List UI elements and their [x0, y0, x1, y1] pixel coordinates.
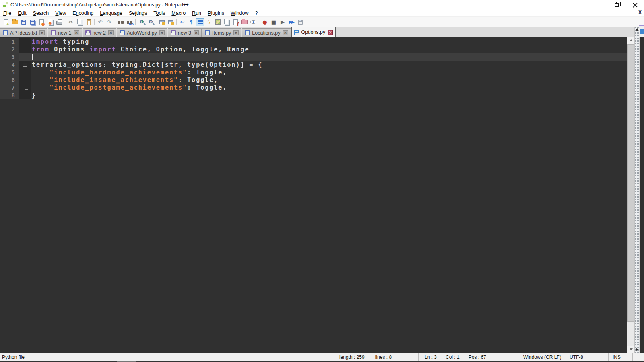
- code-text: terraria_options: typing.Dict[str, type(…: [31, 61, 627, 69]
- show-indent-guide-icon[interactable]: [196, 18, 204, 26]
- show-all-characters-icon[interactable]: ¶: [187, 18, 196, 26]
- tab-new-2[interactable]: new 2×: [83, 28, 116, 37]
- fold-margin: [19, 69, 31, 76]
- menu-window[interactable]: Window: [227, 10, 252, 16]
- tab-autoworld-py[interactable]: AutoWorld.py×: [117, 28, 167, 37]
- zoom-out-icon[interactable]: −: [146, 18, 155, 26]
- menu-search[interactable]: Search: [30, 10, 52, 16]
- macro-play-icon[interactable]: ▶: [279, 18, 287, 26]
- vertical-scrollbar[interactable]: [627, 37, 634, 353]
- code-line-5: 5 "include_hardmode_achievements": Toggl…: [0, 69, 627, 76]
- document-map-icon[interactable]: [214, 18, 222, 26]
- secondary-view-sliver: [639, 25, 644, 353]
- code-line-4: 4terraria_options: typing.Dict[str, type…: [0, 61, 627, 69]
- monitoring-icon[interactable]: [249, 18, 258, 26]
- tab-close-icon[interactable]: ×: [194, 30, 199, 35]
- view-splitter[interactable]: [634, 27, 639, 353]
- cut-icon[interactable]: ✂: [67, 18, 75, 26]
- line-number: 1: [0, 38, 19, 46]
- save-recorded-macro-icon[interactable]: [296, 18, 305, 26]
- line-number: 7: [0, 84, 19, 92]
- tab-close-icon[interactable]: ×: [159, 30, 165, 35]
- replace-icon[interactable]: ab: [126, 18, 134, 26]
- status-insert-mode[interactable]: INS: [613, 354, 621, 360]
- status-eol-format[interactable]: Windows (CR LF): [523, 354, 561, 360]
- tab-close-icon[interactable]: ×: [233, 30, 239, 35]
- function-list-icon[interactable]: ϟ: [205, 18, 213, 26]
- menu-view[interactable]: View: [52, 10, 69, 16]
- undo-icon[interactable]: ↶: [96, 18, 105, 26]
- toolbar-separator: [156, 19, 156, 25]
- macro-stop-icon[interactable]: ■: [270, 18, 278, 26]
- redo-icon[interactable]: ↷: [105, 18, 114, 26]
- view-current-file-icon[interactable]: ƒ: [231, 18, 240, 26]
- secondary-view-editor[interactable]: [639, 37, 644, 353]
- menu-encoding[interactable]: Encoding: [69, 10, 97, 16]
- paste-icon[interactable]: [85, 18, 93, 26]
- copy-icon[interactable]: [76, 18, 84, 26]
- menu-edit[interactable]: Edit: [14, 10, 30, 16]
- tab-close-icon[interactable]: ×: [39, 30, 45, 35]
- menu-language[interactable]: Language: [97, 10, 126, 16]
- find-icon[interactable]: [117, 18, 125, 26]
- status-length: length : 259: [339, 354, 365, 360]
- secondary-view-tab[interactable]: [639, 25, 644, 37]
- menu-plugins[interactable]: Plugins: [204, 10, 227, 16]
- splitter-collapse-right-icon[interactable]: [636, 348, 638, 351]
- tab-close-icon[interactable]: ×: [328, 30, 333, 35]
- status-column: Col : 1: [446, 354, 460, 360]
- sync-horizontal-scrolling-icon[interactable]: [167, 18, 175, 26]
- toolbar-separator: [259, 19, 259, 25]
- fold-collapse-icon[interactable]: [23, 63, 27, 67]
- tab-locations-py[interactable]: Locations.py×: [242, 28, 291, 37]
- close-file-icon[interactable]: ●: [37, 18, 46, 26]
- tab-label: Locations.py: [252, 30, 280, 36]
- word-wrap-icon[interactable]: ↩: [178, 18, 187, 26]
- tab-new-3[interactable]: new 3×: [168, 28, 202, 37]
- tab-new-1[interactable]: new 1×: [48, 28, 82, 37]
- status-encoding[interactable]: UTF-8: [570, 354, 583, 360]
- menu-macro[interactable]: Macro: [168, 10, 189, 16]
- sync-vertical-scrolling-icon[interactable]: [158, 18, 166, 26]
- code-text: from Options import Choice, Option, Togg…: [31, 46, 627, 53]
- menu-file[interactable]: File: [0, 10, 14, 16]
- print-icon[interactable]: [55, 18, 64, 26]
- scrollbar-thumb[interactable]: [627, 44, 634, 322]
- menu-settings[interactable]: Settings: [126, 10, 150, 16]
- code-editor[interactable]: 1import typing2from Options import Choic…: [0, 37, 627, 353]
- save-all-icon[interactable]: [29, 18, 37, 26]
- macro-record-icon[interactable]: ●: [261, 18, 269, 26]
- fold-margin[interactable]: [19, 61, 31, 69]
- close-button[interactable]: [626, 0, 644, 10]
- open-file-icon[interactable]: [11, 18, 19, 26]
- menu-close-x-icon[interactable]: X: [638, 10, 642, 15]
- fold-line: [25, 69, 25, 76]
- tab-ap-ideas-txt[interactable]: AP Ideas.txt×: [0, 28, 47, 37]
- menu-help[interactable]: ?: [252, 10, 261, 16]
- document-switcher-icon[interactable]: [223, 18, 231, 26]
- scroll-down-button[interactable]: [627, 346, 635, 353]
- folder-as-workspace-icon[interactable]: [240, 18, 249, 26]
- fold-line: [25, 76, 25, 84]
- tab-items-py[interactable]: Items.py×: [202, 28, 242, 37]
- restore-button[interactable]: [608, 0, 626, 10]
- code-text: }: [31, 92, 627, 99]
- scroll-up-button[interactable]: [627, 37, 635, 44]
- save-file-icon[interactable]: [20, 18, 28, 26]
- minimize-button[interactable]: [590, 0, 608, 10]
- zoom-in-icon[interactable]: +: [137, 18, 146, 26]
- code-text: import typing: [31, 38, 627, 46]
- macro-run-multiple-icon[interactable]: ▶▶: [287, 18, 296, 26]
- new-file-icon[interactable]: +: [2, 18, 10, 26]
- menu-run[interactable]: Run: [189, 10, 204, 16]
- tab-close-icon[interactable]: ×: [74, 30, 79, 35]
- tab-options-py[interactable]: Options.py×: [291, 27, 336, 37]
- line-number: 5: [0, 69, 19, 76]
- code-text: "include_postgame_achievements": Toggle,: [31, 84, 627, 92]
- title-bar: C:\Users\Dood\Documents\tmp\Archipelago\…: [0, 0, 644, 10]
- close-all-icon[interactable]: ●: [46, 18, 55, 26]
- tab-close-icon[interactable]: ×: [283, 30, 288, 35]
- menu-tools[interactable]: Tools: [150, 10, 168, 16]
- tab-close-icon[interactable]: ×: [108, 30, 114, 35]
- splitter-collapse-left-icon[interactable]: [636, 28, 638, 31]
